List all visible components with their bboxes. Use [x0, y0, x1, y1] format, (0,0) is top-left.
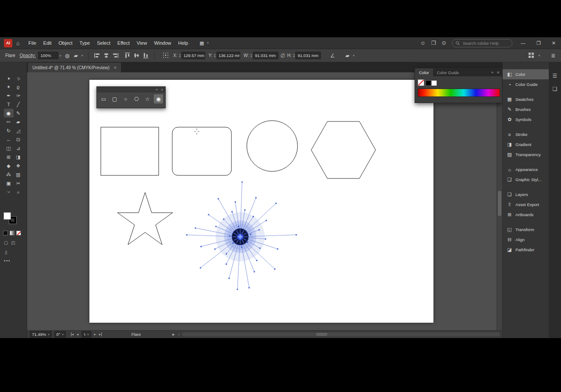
dock-item-swatches[interactable]: ▦Swatches — [503, 94, 549, 104]
ellipse-tool[interactable]: ○ — [121, 94, 130, 103]
draw-inside-icon[interactable]: ◰ — [11, 240, 15, 245]
flare-tool[interactable]: ◉ — [154, 94, 163, 103]
menu-type[interactable]: Type — [76, 40, 93, 46]
tab-close-icon[interactable]: × — [114, 65, 117, 70]
draw-normal-icon[interactable]: ▢ — [4, 240, 8, 245]
flare-tool[interactable]: ◉ — [4, 109, 14, 118]
type-tool[interactable]: T — [4, 100, 14, 109]
artboard-number-select[interactable]: 1 ▾ — [82, 331, 91, 338]
zoom-level-select[interactable]: 71.49% ▾ — [30, 331, 52, 338]
gradient-tool[interactable]: ◨ — [14, 153, 23, 161]
shaper-tool[interactable]: ✏ — [4, 118, 14, 126]
illustrator-logo-icon[interactable]: Ai — [4, 39, 12, 47]
dock-item-align[interactable]: ⊟Align — [503, 235, 549, 245]
next-artboard-button[interactable]: ▸ — [94, 332, 96, 336]
horizontal-scrollbar[interactable] — [182, 332, 500, 336]
artboard-artwork[interactable]: .shp{fill:none;stroke:#1a1a1a;stroke-wid… — [89, 80, 433, 323]
dock-item-pathfinder[interactable]: ◪Pathfinder — [503, 245, 549, 255]
recolor-artwork-icon[interactable]: ◍ — [65, 53, 69, 59]
polygon-tool[interactable]: ⎔ — [132, 94, 141, 103]
rotation-select[interactable]: 0° ▾ — [54, 331, 66, 338]
menu-effect[interactable]: Effect — [114, 40, 133, 46]
menu-help[interactable]: Help — [175, 40, 192, 46]
scale-tool[interactable]: ◿ — [14, 126, 23, 135]
shear-icon[interactable]: ∠ — [330, 53, 335, 59]
mesh-tool[interactable]: ⊞ — [4, 153, 14, 161]
align-top-icon[interactable] — [124, 52, 131, 59]
x-field[interactable]: 129.57 mm — [181, 52, 205, 59]
pen-tool[interactable]: ✒ — [4, 91, 14, 100]
dock-item-color-guide[interactable]: ◔Color Guide — [503, 79, 549, 89]
curvature-tool[interactable]: ✑ — [14, 91, 23, 100]
align-right-icon[interactable] — [112, 52, 119, 59]
selection-tool[interactable]: ▲ — [4, 74, 14, 82]
style-icon[interactable]: ▰ — [74, 53, 78, 59]
restore-button[interactable]: ❐ — [534, 40, 543, 46]
workspace-grid-icon[interactable] — [529, 53, 534, 58]
panel-overflow-icon[interactable]: » — [491, 70, 494, 75]
gradient-button[interactable] — [10, 231, 14, 235]
dock-item-stroke[interactable]: ≡Stroke — [503, 129, 549, 139]
status-menu-arrow-icon[interactable]: ▶ — [172, 333, 174, 336]
menu-object[interactable]: Object — [55, 40, 76, 46]
menu-edit[interactable]: Edit — [40, 40, 55, 46]
properties-sliders-icon[interactable]: ☰ — [553, 73, 557, 79]
panel-menu-icon[interactable]: ≡ — [497, 70, 499, 75]
line-segment-tool[interactable]: ╱ — [14, 100, 23, 109]
column-graph-tool[interactable]: ▥ — [14, 170, 23, 179]
horizontal-scrollbar-thumb[interactable] — [316, 333, 327, 336]
rounded-rectangle-tool[interactable]: ▢ — [110, 94, 119, 103]
opacity-field[interactable]: 100% — [38, 52, 58, 59]
account-icon[interactable]: ☺ — [420, 40, 426, 46]
menu-window[interactable]: Window — [150, 40, 174, 46]
color-panel[interactable]: Color Color Guide » ≡ ···· — [415, 68, 502, 103]
dock-item-asset-export[interactable]: ⇧Asset Export — [503, 200, 549, 210]
none-button[interactable] — [16, 231, 21, 235]
dock-item-brushes[interactable]: ✎Brushes — [503, 104, 549, 114]
first-artboard-button[interactable]: ◂ — [71, 332, 74, 336]
y-field[interactable]: 136.122 mm — [217, 52, 240, 59]
panel-resize-grip[interactable]: ···· — [455, 99, 461, 102]
rectangle-tool[interactable]: ▭ — [99, 94, 108, 103]
star-tool[interactable]: ☆ — [143, 94, 152, 103]
align-bottom-icon[interactable] — [142, 52, 149, 59]
shape-tools-tearoff-panel[interactable]: ‹‹ × ▭ ▢ ○ ⎔ ☆ ◉ — [96, 86, 166, 108]
artboard-tool[interactable]: ▣ — [4, 179, 14, 188]
dock-item-transform[interactable]: ◱Transform — [503, 225, 549, 235]
symbol-sprayer-tool[interactable]: ⁂ — [4, 170, 14, 179]
minimize-button[interactable]: — — [518, 40, 528, 46]
lasso-tool[interactable]: ϱ — [14, 82, 23, 91]
dock-item-appearance[interactable]: ☼Appearance — [503, 164, 549, 175]
vertical-scrollbar[interactable] — [497, 72, 502, 330]
prev-artboard-button[interactable]: ◂ — [77, 332, 78, 336]
workspace-switcher[interactable]: ▦ ▾ — [199, 40, 210, 46]
canvas-area[interactable]: .shp{fill:none;stroke:#1a1a1a;stroke-wid… — [27, 72, 502, 330]
panel-chevron-icon[interactable]: ▾ — [538, 54, 540, 57]
blend-tool[interactable]: ❖ — [14, 161, 23, 170]
width-tool[interactable]: ↔ — [4, 135, 14, 144]
dock-item-gradient[interactable]: ◨Gradient — [503, 139, 549, 150]
paintbrush-tool[interactable]: ✎ — [14, 109, 23, 118]
opacity-menu-icon[interactable]: ▸ — [60, 54, 61, 57]
free-transform-tool[interactable]: ⊡ — [14, 135, 23, 144]
y-stepper[interactable]: ▴▾ — [214, 53, 216, 57]
close-button[interactable]: ✕ — [549, 40, 558, 46]
tearoff-titlebar[interactable]: ‹‹ × — [97, 87, 165, 93]
eyedropper-tool[interactable]: ◆ — [4, 161, 14, 170]
style-chevron-icon[interactable]: ▾ — [82, 54, 83, 57]
libraries-icon[interactable]: ❏ — [553, 86, 557, 92]
black-swatch[interactable] — [426, 80, 431, 86]
dock-item-symbols[interactable]: ✿Symbols — [503, 114, 549, 125]
magic-wand-tool[interactable]: ✦ — [4, 82, 14, 91]
align-vcenter-icon[interactable] — [133, 52, 140, 59]
artboard[interactable]: .shp{fill:none;stroke:#1a1a1a;stroke-wid… — [89, 80, 433, 323]
help-search[interactable] — [452, 39, 512, 47]
color-button[interactable] — [3, 231, 8, 235]
align-hcenter-icon[interactable] — [103, 52, 110, 59]
color-spectrum-bar[interactable] — [418, 89, 500, 97]
w-stepper[interactable]: ▴▾ — [251, 53, 252, 57]
w-field[interactable]: 91.031 mm — [253, 52, 278, 59]
dock-item-color[interactable]: ◧Color — [503, 69, 549, 79]
align-left-icon[interactable] — [94, 52, 100, 59]
menu-view[interactable]: View — [133, 40, 151, 46]
